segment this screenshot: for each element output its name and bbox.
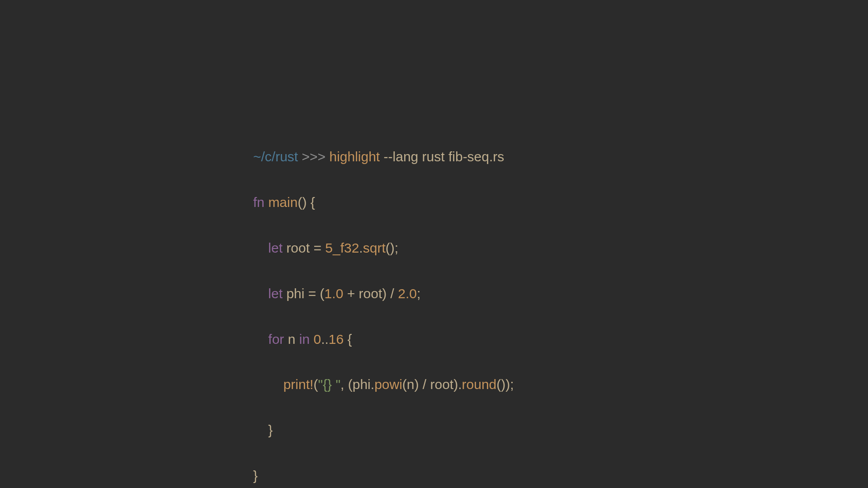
method-round: round xyxy=(462,377,497,392)
code-line-6: } xyxy=(253,465,528,487)
lit-0: 0 xyxy=(313,332,321,347)
op-plus: + xyxy=(343,286,359,301)
cwd-path: ~/c/rust xyxy=(253,149,298,164)
prompt-chevrons: >>> xyxy=(302,149,326,164)
macro-print: print! xyxy=(283,377,314,392)
comma-paren: , ( xyxy=(340,377,353,392)
kw-for: for xyxy=(268,332,284,347)
kw-fn: fn xyxy=(253,195,264,210)
ident-root: root xyxy=(359,286,382,301)
ident-phi: phi xyxy=(353,377,371,392)
string-literal: "{} " xyxy=(318,377,340,392)
terminal-output: ~/c/rust >>> highlight --lang rust fib-s… xyxy=(253,123,528,488)
lit-16: 16 xyxy=(329,332,344,347)
code-line-1: let root = 5_f32.sqrt(); xyxy=(253,237,528,259)
method-powi: powi xyxy=(374,377,402,392)
range-dots: .. xyxy=(321,332,329,347)
args-n-root: (n) / root) xyxy=(402,377,458,392)
lit-1: 1.0 xyxy=(325,286,344,301)
kw-let: let xyxy=(268,286,283,301)
indent xyxy=(253,332,268,347)
ident-root: root xyxy=(286,240,310,255)
command-args: --lang rust fib-seq.rs xyxy=(384,149,505,164)
code-line-5: } xyxy=(253,419,528,441)
indent xyxy=(253,377,283,392)
indent xyxy=(253,240,268,255)
code-line-3: for n in 0..16 { xyxy=(253,328,528,351)
brace-close: } xyxy=(253,468,258,483)
op-eq: = xyxy=(310,240,325,255)
dot: . xyxy=(371,377,374,392)
op-eq-paren: = ( xyxy=(304,286,324,301)
code-line-2: let phi = (1.0 + root) / 2.0; xyxy=(253,282,528,305)
brace-close: } xyxy=(268,422,273,437)
dot: . xyxy=(458,377,462,392)
code-line-0: fn main() { xyxy=(253,191,528,214)
brace-open: { xyxy=(344,332,352,347)
semi: ; xyxy=(417,286,420,301)
prompt-line-1: ~/c/rust >>> highlight --lang rust fib-s… xyxy=(253,145,528,168)
indent xyxy=(253,422,268,437)
ident-n: n xyxy=(288,332,296,347)
fn-main: main xyxy=(268,195,297,210)
lparen: ( xyxy=(313,377,318,392)
lit-5f32: 5_f32 xyxy=(325,240,359,255)
kw-let: let xyxy=(268,240,283,255)
op-div: ) / xyxy=(382,286,398,301)
dot: . xyxy=(359,240,363,255)
kw-in: in xyxy=(299,332,310,347)
indent xyxy=(253,286,268,301)
code-line-4: print!("{} ", (phi.powi(n) / root).round… xyxy=(253,373,528,396)
lit-2: 2.0 xyxy=(398,286,417,301)
tail-parens: ()); xyxy=(496,377,514,392)
punct: () { xyxy=(297,195,315,210)
punct: (); xyxy=(386,240,398,255)
method-sqrt: sqrt xyxy=(363,240,386,255)
ident-phi: phi xyxy=(286,286,304,301)
command-highlight: highlight xyxy=(329,149,380,164)
